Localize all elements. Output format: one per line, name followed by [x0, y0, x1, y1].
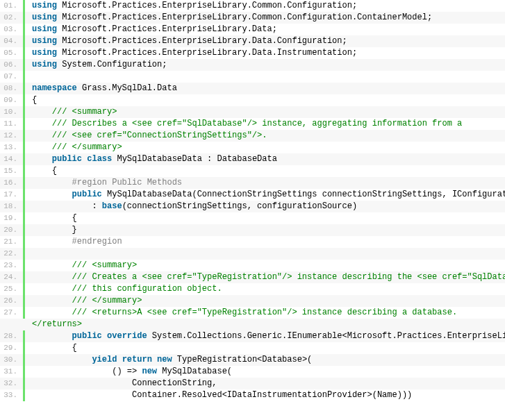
line-number: 23. [0, 260, 25, 271]
code-line: 29. { [0, 342, 505, 354]
code-content[interactable]: using Microsoft.Practices.EnterpriseLibr… [25, 0, 505, 12]
code-line: 13. /// </summary> [0, 142, 505, 153]
line-number: 13. [0, 142, 25, 153]
code-line: 06.using System.Configuration; [0, 59, 505, 71]
code-line: 01.using Microsoft.Practices.EnterpriseL… [0, 0, 505, 12]
code-block: 01.using Microsoft.Practices.EnterpriseL… [0, 0, 505, 401]
line-number: 33. [0, 389, 25, 401]
line-number: 02. [0, 12, 25, 24]
code-content[interactable]: #endregion [25, 236, 505, 248]
code-line: 03.using Microsoft.Practices.EnterpriseL… [0, 24, 505, 35]
line-number: 27. [0, 307, 25, 319]
line-number: 25. [0, 283, 25, 295]
code-content[interactable]: } [25, 224, 505, 236]
code-content[interactable]: /// <see cref="ConnectionStringSettings"… [25, 130, 505, 142]
line-number: 31. [0, 366, 25, 378]
code-content[interactable]: { [25, 212, 505, 224]
code-content[interactable]: public class MySqlDatabaseData : Databas… [25, 153, 505, 165]
code-line: 28. public override System.Collections.G… [0, 330, 505, 342]
line-number: 30. [0, 354, 25, 366]
code-content[interactable]: using Microsoft.Practices.EnterpriseLibr… [25, 35, 505, 47]
line-number: 08. [0, 83, 25, 94]
code-content[interactable]: namespace Grass.MySqlDal.Data [25, 83, 505, 94]
line-number: 29. [0, 342, 25, 354]
code-content[interactable]: () => new MySqlDatabase( [25, 366, 505, 378]
code-content[interactable]: public override System.Collections.Gener… [25, 330, 505, 342]
code-line: 14. public class MySqlDatabaseData : Dat… [0, 153, 505, 165]
code-content[interactable]: public MySqlDatabaseData(ConnectionStrin… [25, 189, 505, 201]
line-number: 11. [0, 118, 25, 130]
code-line: 02.using Microsoft.Practices.EnterpriseL… [0, 12, 505, 24]
line-number: 06. [0, 59, 25, 71]
code-line: 24. /// Creates a <see cref="TypeRegistr… [0, 271, 505, 283]
code-content[interactable]: { [25, 342, 505, 354]
line-number: 12. [0, 130, 25, 142]
code-content[interactable]: using Microsoft.Practices.EnterpriseLibr… [25, 24, 505, 35]
line-number: 07. [0, 71, 25, 83]
code-line: 30. yield return new TypeRegistration<Da… [0, 354, 505, 366]
code-content[interactable]: #region Public Methods [25, 177, 505, 189]
code-line: 16. #region Public Methods [0, 177, 505, 189]
line-number: 05. [0, 47, 25, 59]
line-number: 17. [0, 189, 25, 201]
code-line: 11. /// Describes a <see cref="SqlDataba… [0, 118, 505, 130]
code-line: 07. [0, 71, 505, 83]
code-content[interactable]: : base(connectionStringSettings, configu… [25, 201, 505, 212]
line-number: 03. [0, 24, 25, 35]
code-content[interactable]: /// <summary> [25, 260, 505, 271]
code-line: 19. { [0, 212, 505, 224]
line-number: 26. [0, 295, 25, 307]
code-content[interactable]: /// </summary> [25, 295, 505, 307]
code-line: 08.namespace Grass.MySqlDal.Data [0, 83, 505, 94]
code-content[interactable]: { [25, 94, 505, 106]
line-number: 19. [0, 212, 25, 224]
code-content[interactable]: /// Creates a <see cref="TypeRegistratio… [25, 271, 505, 283]
line-number: 22. [0, 248, 25, 260]
line-number: 18. [0, 201, 25, 212]
code-content[interactable]: </returns> [25, 319, 505, 330]
line-number: 01. [0, 0, 25, 12]
code-line: 15. { [0, 165, 505, 177]
code-line: 18. : base(connectionStringSettings, con… [0, 201, 505, 212]
code-content[interactable]: using Microsoft.Practices.EnterpriseLibr… [25, 12, 505, 24]
code-content[interactable] [25, 248, 505, 260]
code-line: 27. /// <returns>A <see cref="TypeRegist… [0, 307, 505, 319]
code-line: 26. /// </summary> [0, 295, 505, 307]
line-number: 16. [0, 177, 25, 189]
code-content[interactable]: /// <returns>A <see cref="TypeRegistrati… [25, 307, 505, 319]
line-number: 15. [0, 165, 25, 177]
code-line: 21. #endregion [0, 236, 505, 248]
code-line: 22. [0, 248, 505, 260]
code-content[interactable]: /// <summary> [25, 106, 505, 118]
code-line: 04.using Microsoft.Practices.EnterpriseL… [0, 35, 505, 47]
code-content[interactable]: ConnectionString, [25, 378, 505, 389]
code-content[interactable]: using System.Configuration; [25, 59, 505, 71]
code-line: 05.using Microsoft.Practices.EnterpriseL… [0, 47, 505, 59]
line-number: 28. [0, 330, 25, 342]
code-line: 32. ConnectionString, [0, 378, 505, 389]
code-line: 10. /// <summary> [0, 106, 505, 118]
code-line: 25. /// this configuration object. [0, 283, 505, 295]
line-number: 21. [0, 236, 25, 248]
line-number: 14. [0, 153, 25, 165]
code-content[interactable]: /// </summary> [25, 142, 505, 153]
line-number: 32. [0, 378, 25, 389]
code-line: 23. /// <summary> [0, 260, 505, 271]
code-line: 20. } [0, 224, 505, 236]
code-content[interactable]: /// this configuration object. [25, 283, 505, 295]
code-content[interactable]: using Microsoft.Practices.EnterpriseLibr… [25, 47, 505, 59]
code-line: 31. () => new MySqlDatabase( [0, 366, 505, 378]
code-content[interactable]: yield return new TypeRegistration<Databa… [25, 354, 505, 366]
code-line: </returns> [0, 319, 505, 330]
code-content[interactable]: { [25, 165, 505, 177]
line-number: 24. [0, 271, 25, 283]
line-number: 10. [0, 106, 25, 118]
code-content[interactable]: Container.Resolved<IDataInstrumentationP… [25, 389, 505, 401]
line-number [0, 319, 25, 330]
line-number: 09. [0, 94, 25, 106]
code-line: 12. /// <see cref="ConnectionStringSetti… [0, 130, 505, 142]
code-content[interactable] [25, 71, 505, 83]
code-content[interactable]: /// Describes a <see cref="SqlDatabase"/… [25, 118, 505, 130]
line-number: 04. [0, 35, 25, 47]
code-line: 33. Container.Resolved<IDataInstrumentat… [0, 389, 505, 401]
